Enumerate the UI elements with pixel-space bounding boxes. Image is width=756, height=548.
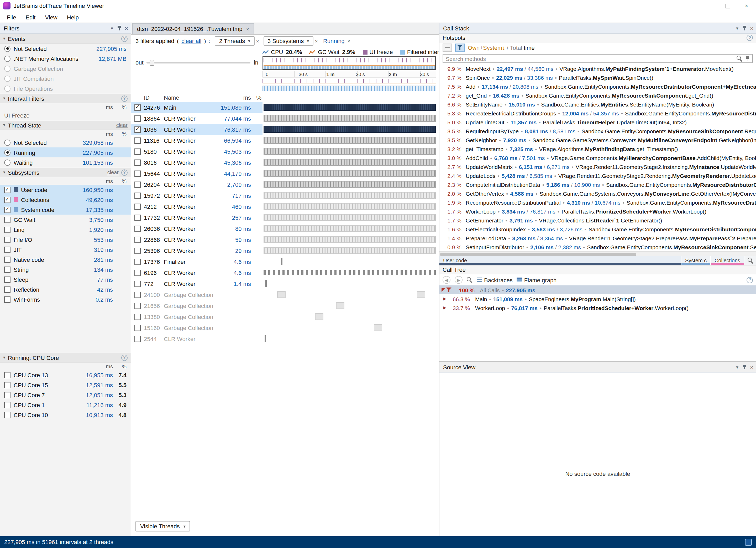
cpu-core-row[interactable]: CPU Core 1316,955 ms7.4 <box>0 370 131 380</box>
thread-row[interactable]: 4212CLR Worker460 ms <box>131 201 439 212</box>
section-subsystems[interactable]: ▾ Subsystems clear ? <box>0 167 131 177</box>
remove-filter-icon[interactable]: × <box>315 38 318 44</box>
remove-filter-icon[interactable]: × <box>256 38 259 44</box>
hotspot-row[interactable]: 6.6 %SetEntityName•15,010 ms•Sandbox.Gam… <box>439 100 756 109</box>
thread-checkbox[interactable] <box>134 203 141 210</box>
thread-checkbox[interactable] <box>134 137 141 144</box>
thread-timeline[interactable] <box>264 302 436 309</box>
thread-row[interactable]: 8016CLR Worker45,306 ms <box>131 157 439 168</box>
thread-row[interactable]: 17732CLR Worker257 ms <box>131 212 439 223</box>
thread-state-row[interactable]: Not Selected329,058 ms <box>0 138 131 148</box>
cpu-core-checkbox[interactable] <box>4 372 11 378</box>
thread-row[interactable]: 11316CLR Worker66,594 ms <box>131 135 439 146</box>
menu-edit[interactable]: Edit <box>21 12 40 22</box>
hotspot-row[interactable]: 1.7 %WorkerLoop•3,834 ms / 76,817 ms•Par… <box>439 207 756 216</box>
thread-row[interactable]: 24100Garbage Collection <box>131 289 439 300</box>
filter-hotspots-button[interactable] <box>455 44 465 52</box>
thread-checkbox[interactable] <box>134 170 141 177</box>
call-tree-row[interactable]: 100 %All Calls•227,905 ms <box>439 285 756 294</box>
hotspot-row[interactable]: 7.5 %Add•17,134 ms / 20,808 ms•Sandbox.G… <box>439 82 756 91</box>
hotspot-row[interactable]: 1.7 %GetEnumerator•3,791 ms•VRage.Collec… <box>439 216 756 225</box>
thread-timeline[interactable] <box>264 214 436 222</box>
subsystem-tab[interactable]: System c... <box>681 256 711 265</box>
clear-all-link[interactable]: clear all <box>181 38 201 44</box>
help-icon[interactable]: ? <box>121 95 128 102</box>
maximize-button[interactable] <box>718 0 737 12</box>
hotspot-row[interactable]: 2.0 %GetOtherVertex•4,588 ms•Sandbox.Gam… <box>439 189 756 198</box>
menu-file[interactable]: File <box>2 12 21 22</box>
chevron-down-icon[interactable]: ▾ <box>736 364 738 370</box>
expand-icon[interactable]: ▶ <box>442 296 448 301</box>
search-calls-icon[interactable] <box>467 277 473 283</box>
view-mode-button[interactable] <box>443 44 452 52</box>
event-filter-row[interactable]: Garbage Collection <box>0 64 131 73</box>
thread-timeline[interactable] <box>264 170 436 177</box>
section-events[interactable]: ▾ Events ? <box>0 34 131 44</box>
section-interval-filters[interactable]: ▾ Interval Filters ? <box>0 93 131 103</box>
thread-row[interactable]: 15160Garbage Collection <box>131 322 439 333</box>
thread-row[interactable]: 2544CLR Worker <box>131 333 439 344</box>
hotspot-row[interactable]: 2.7 %UpdateWorldMatrix•6,151 ms / 6,271 … <box>439 162 756 171</box>
thread-checkbox[interactable] <box>134 159 141 166</box>
cpu-core-checkbox[interactable] <box>4 392 11 398</box>
hotspot-row[interactable]: 1.6 %GetElectricalGroupIndex•3,563 ms / … <box>439 225 756 234</box>
hotspot-row[interactable]: 7.2 %get_Grid•16,428 ms•Sandbox.Game.Ent… <box>439 91 756 100</box>
zoom-slider[interactable] <box>147 62 251 63</box>
help-icon[interactable]: ? <box>747 277 753 283</box>
radio-icon[interactable] <box>4 55 11 62</box>
subsystem-checkbox[interactable] <box>4 286 11 292</box>
event-filter-row[interactable]: .NET Memory Allocations12,871 MB <box>0 54 131 64</box>
radio-icon[interactable] <box>4 65 11 72</box>
thread-checkbox[interactable] <box>134 192 141 199</box>
column-ms[interactable]: ms <box>214 94 251 101</box>
subsystem-row[interactable]: System code17,335 ms <box>0 205 131 215</box>
flame-graph-button[interactable]: Flame graph <box>517 277 557 283</box>
thread-row[interactable]: 13380Garbage Collection <box>131 311 439 322</box>
subsystem-row[interactable]: WinForms0.2 ms <box>0 294 131 304</box>
subsystem-checkbox[interactable] <box>4 276 11 282</box>
cpu-core-row[interactable]: CPU Core 712,051 ms5.3 <box>0 390 131 400</box>
hotspot-row[interactable]: 3.5 %RequiredInputByType•8,081 ms / 8,58… <box>439 127 756 135</box>
forward-icon[interactable]: ▶ <box>455 276 463 284</box>
close-panel-icon[interactable]: × <box>750 364 753 370</box>
column-id[interactable]: ID <box>144 94 164 101</box>
call-tree-row[interactable]: ▶66.3 %Main•151,089 ms•SpaceEngineers.My… <box>439 294 756 303</box>
thread-timeline[interactable] <box>264 114 436 122</box>
subsystem-row[interactable]: User code160,950 ms <box>0 185 131 195</box>
menu-view[interactable]: View <box>40 12 62 22</box>
thread-timeline[interactable] <box>264 103 436 111</box>
hotspot-row[interactable]: 2.3 %ComputeInitialDistributionData•5,18… <box>439 180 756 189</box>
thread-row[interactable]: 5180CLR Worker45,503 ms <box>131 146 439 157</box>
pin-icon[interactable] <box>742 364 746 370</box>
subsystem-row[interactable]: Reflection42 ms <box>0 284 131 294</box>
hotspot-row[interactable]: 3.0 %AddChild•6,768 ms / 7,501 ms•VRage.… <box>439 153 756 162</box>
subsystem-search-button[interactable] <box>744 256 756 265</box>
back-icon[interactable]: ◀ <box>443 276 450 284</box>
ui-freeze-row[interactable]: UI Freeze <box>0 111 131 120</box>
thread-row[interactable]: 22868CLR Worker59 ms <box>131 234 439 245</box>
help-icon[interactable]: ? <box>121 169 128 176</box>
thread-state-row[interactable]: Waiting101,153 ms <box>0 157 131 167</box>
thread-checkbox[interactable] <box>134 280 141 287</box>
subsystem-checkbox[interactable] <box>4 197 11 203</box>
thread-timeline[interactable] <box>264 313 436 320</box>
subsystem-checkbox[interactable] <box>4 187 11 193</box>
thread-timeline[interactable] <box>264 148 436 155</box>
close-tab-icon[interactable]: × <box>246 26 249 32</box>
thread-checkbox[interactable] <box>134 248 141 254</box>
thread-row[interactable]: 26204CLR Worker2,709 ms <box>131 179 439 190</box>
thread-checkbox[interactable] <box>134 214 141 221</box>
thread-timeline[interactable] <box>264 236 436 244</box>
thread-timeline[interactable] <box>264 279 436 287</box>
subsystem-row[interactable]: Linq1,920 ms <box>0 225 131 235</box>
hotspot-row[interactable]: 3.2 %get_Timestamp•7,325 ms•VRage.Algori… <box>439 144 756 153</box>
clear-subsystems-link[interactable]: clear <box>107 170 119 175</box>
horizontal-scrollbar[interactable] <box>439 251 756 256</box>
thread-checkbox[interactable] <box>134 126 141 133</box>
thread-timeline[interactable] <box>264 125 436 133</box>
pin-icon[interactable] <box>117 25 121 31</box>
subsystem-checkbox[interactable] <box>4 236 11 243</box>
thread-row[interactable]: 18864CLR Worker77,044 ms <box>131 113 439 124</box>
chevron-down-icon[interactable]: ▾ <box>111 25 113 31</box>
radio-icon[interactable] <box>4 75 11 82</box>
